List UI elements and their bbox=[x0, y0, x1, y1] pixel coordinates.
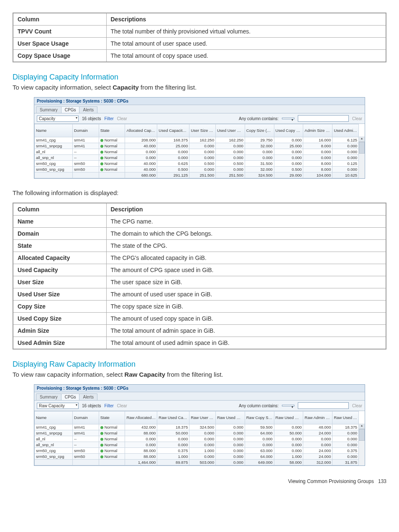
grid-row[interactable]: srm41_cpgsrm41Normal208.000168.375162.25… bbox=[35, 137, 359, 143]
grid-cell: 0.000 bbox=[215, 167, 245, 172]
grid-header[interactable]: Used User Size (GB) bbox=[215, 124, 245, 137]
grid-cell: 0.000 bbox=[332, 143, 359, 149]
grid-header[interactable]: User Size (GB) bbox=[189, 124, 216, 137]
grid-row[interactable]: srm41_snpcpgsrm41Normal40.00025.0000.000… bbox=[35, 143, 359, 149]
toolbar: Raw Capacity 16 objects Filter Clear Any… bbox=[34, 401, 365, 411]
grid-header[interactable]: Used Admin Size (GB) bbox=[332, 124, 359, 137]
table-cell: The user space size in GiB. bbox=[106, 276, 386, 288]
grid-header[interactable]: Raw Used Copy Size (GB) bbox=[274, 411, 303, 424]
grid-cell: Normal bbox=[99, 149, 125, 155]
grid-header[interactable]: Raw Used Capacity (GB) bbox=[157, 411, 189, 424]
grid-cell: Normal bbox=[99, 137, 125, 143]
grid-row[interactable]: srm41_cpgsrm41Normal432.00018.375324.500… bbox=[35, 424, 359, 430]
grid-cell: srm50 bbox=[72, 448, 99, 454]
grid-row[interactable]: srm50_snp_cpgsrm50Normal40.0000.5000.000… bbox=[35, 167, 359, 172]
grid-header[interactable]: Name bbox=[35, 411, 73, 424]
grid-row[interactable]: srm50_cpgsrm50Normal40.0000.6250.5000.50… bbox=[35, 161, 359, 167]
tab-bar: SummaryCPGsAlerts bbox=[34, 105, 365, 113]
table-cell: Admin Size bbox=[13, 325, 106, 337]
grid-cell: 18.375 bbox=[332, 424, 359, 430]
tab-summary[interactable]: Summary bbox=[36, 393, 61, 400]
grid-cell: 0.000 bbox=[157, 442, 189, 448]
grid-header[interactable]: State bbox=[99, 411, 125, 424]
any-column-input[interactable] bbox=[298, 115, 349, 122]
intro-bold: Raw Capacity bbox=[125, 371, 166, 378]
state-icon bbox=[100, 157, 103, 159]
grid-header[interactable]: Raw Admin Size (GB) bbox=[303, 411, 332, 424]
scrollbar[interactable]: ▴ bbox=[358, 136, 365, 178]
grid-row[interactable]: srm50_cpgsrm50Normal88.0000.3751.0000.00… bbox=[35, 448, 359, 454]
table-cell: Allocated Capacity bbox=[13, 252, 106, 264]
scroll-thumb[interactable] bbox=[359, 142, 365, 154]
table-row: Copy SizeThe copy space size in GiB. bbox=[13, 301, 386, 313]
clear-button[interactable]: Clear bbox=[117, 403, 127, 408]
grid-cell: 0.000 bbox=[332, 149, 359, 155]
state-icon bbox=[100, 426, 103, 429]
grid-cell: 0.000 bbox=[274, 155, 303, 161]
tab-alerts[interactable]: Alerts bbox=[79, 106, 97, 113]
data-grid[interactable]: NameDomainStateRaw Allocated Capacity (G… bbox=[34, 411, 359, 465]
grid-header[interactable]: Admin Size (GB) bbox=[303, 124, 332, 137]
any-column-combo[interactable] bbox=[282, 405, 294, 406]
grid-cell: 0.000 bbox=[274, 137, 303, 143]
grid-cell: 0.000 bbox=[215, 149, 245, 155]
grid-row[interactable]: all_snp_nl--Normal0.0000.0000.0000.0000.… bbox=[35, 442, 359, 448]
intro-pre: To view raw capacity information, select bbox=[13, 371, 125, 378]
clear-right-button[interactable]: Clear bbox=[352, 403, 362, 408]
data-grid[interactable]: NameDomainStateAllocated Capacity (GB)Us… bbox=[34, 124, 359, 178]
column-header: Column bbox=[13, 13, 106, 26]
scroll-thumb[interactable] bbox=[359, 429, 365, 441]
filter-button[interactable]: Filter bbox=[105, 116, 114, 121]
grid-cell: Normal bbox=[99, 442, 125, 448]
any-column-input[interactable] bbox=[298, 402, 349, 409]
grid-header[interactable]: Name bbox=[35, 124, 73, 137]
section1-intro: To view capacity information, select Cap… bbox=[13, 84, 386, 91]
grid-cell: 50.000 bbox=[157, 430, 189, 436]
table-row: DomainThe domain to which the CPG belong… bbox=[13, 228, 386, 240]
grid-row[interactable]: all_nl--Normal0.0000.0000.0000.0000.0000… bbox=[35, 436, 359, 442]
grid-row[interactable]: srm41_snpcpgsrm41Normal88.00050.0000.000… bbox=[35, 430, 359, 436]
grid-header[interactable]: Raw Allocated Capacity (GB) bbox=[125, 411, 157, 424]
grid-row[interactable]: srm50_snp_cpgsrm50Normal88.0001.0000.000… bbox=[35, 454, 359, 460]
table-cell: State bbox=[13, 240, 106, 252]
filter-combo[interactable]: Raw Capacity bbox=[37, 403, 79, 409]
grid-header[interactable]: Domain bbox=[72, 411, 99, 424]
grid-header[interactable]: Raw Used User Size (GB) bbox=[215, 411, 245, 424]
filter-button[interactable]: Filter bbox=[105, 403, 114, 408]
table-cell: Used Capacity bbox=[13, 264, 106, 276]
grid-header[interactable]: Domain bbox=[72, 124, 99, 137]
grid-header[interactable]: Allocated Capacity (GB) bbox=[125, 124, 157, 137]
tab-cpgs[interactable]: CPGs bbox=[61, 106, 80, 113]
scroll-up-icon[interactable]: ▴ bbox=[359, 136, 365, 142]
scrollbar[interactable]: ▴ bbox=[358, 424, 365, 465]
grid-header[interactable]: Used Capacity (GB) bbox=[157, 124, 189, 137]
grid-cell: 0.000 bbox=[189, 149, 216, 155]
grid-header[interactable]: Copy Size (GB) bbox=[245, 124, 274, 137]
any-column-combo[interactable] bbox=[282, 118, 294, 119]
tab-summary[interactable]: Summary bbox=[36, 106, 61, 113]
scroll-up-icon[interactable]: ▴ bbox=[359, 424, 365, 429]
any-column-label: Any column contains: bbox=[239, 116, 279, 121]
grid-row[interactable]: all_snp_nl--Normal0.0000.0000.0000.0000.… bbox=[35, 155, 359, 161]
grid-header[interactable]: Used Copy Size (GB) bbox=[274, 124, 303, 137]
filter-combo[interactable]: Capacity bbox=[37, 116, 79, 122]
tab-cpgs[interactable]: CPGs bbox=[61, 393, 80, 400]
grid-total-cell: 1,464.000 bbox=[125, 460, 157, 465]
grid-row[interactable]: all_nl--Normal0.0000.0000.0000.0000.0000… bbox=[35, 149, 359, 155]
tab-alerts[interactable]: Alerts bbox=[79, 393, 97, 400]
grid-header[interactable]: Raw Copy Size (GB) bbox=[245, 411, 274, 424]
object-count: 16 objects bbox=[82, 403, 101, 408]
grid-header[interactable]: State bbox=[99, 124, 125, 137]
toolbar: Capacity 16 objects Filter Clear Any col… bbox=[34, 113, 365, 124]
any-column-label: Any column contains: bbox=[239, 403, 279, 408]
clear-right-button[interactable]: Clear bbox=[352, 116, 362, 121]
grid-cell: 1.000 bbox=[274, 454, 303, 460]
table-cell: Used Copy Size bbox=[13, 313, 106, 325]
grid-header[interactable]: Raw Used Admin Size (GB) bbox=[332, 411, 359, 424]
column-header: Descriptions bbox=[106, 13, 386, 26]
table-cell: Copy Space Usage bbox=[13, 50, 106, 62]
clear-button[interactable]: Clear bbox=[117, 116, 127, 121]
grid-cell: 0.000 bbox=[189, 436, 216, 442]
grid-cell: all_snp_nl bbox=[35, 155, 73, 161]
grid-header[interactable]: Raw User Size (GB) bbox=[189, 411, 216, 424]
